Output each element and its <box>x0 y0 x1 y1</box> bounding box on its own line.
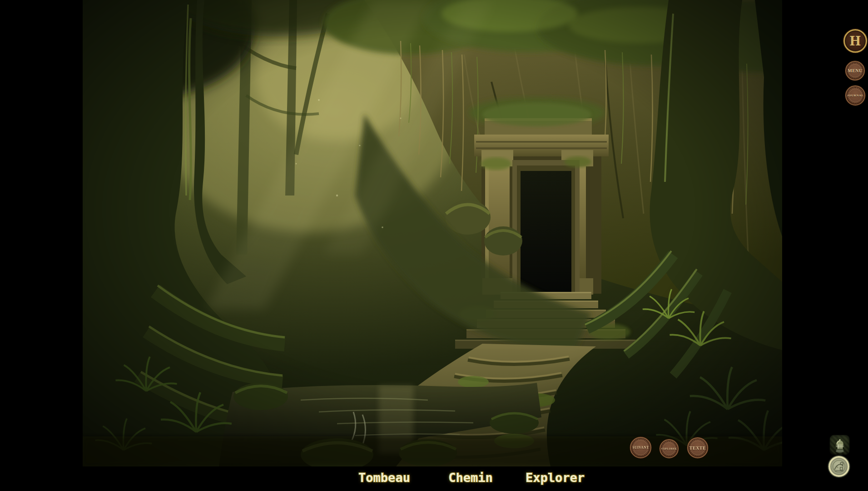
next-button[interactable]: SUIVANT <box>630 437 651 458</box>
text-button-label: TEXTE <box>689 446 706 451</box>
game-window: H MENU JOURNAL SUIVANT EXPLORER TEXTE <box>0 0 868 491</box>
text-button[interactable]: TEXTE <box>687 437 708 458</box>
journal-button[interactable]: JOURNAL <box>845 85 865 105</box>
menu-button-label: MENU <box>848 68 863 73</box>
explore-button-label: EXPLORER <box>661 447 677 450</box>
nav-option-tombeau[interactable]: Tombeau <box>358 471 410 485</box>
journal-button-label: JOURNAL <box>847 94 863 97</box>
nav-option-explorer[interactable]: Explorer <box>526 471 585 485</box>
knight-helmet-icon[interactable] <box>830 435 849 455</box>
explore-button[interactable]: EXPLORER <box>660 439 679 458</box>
menu-button[interactable]: MENU <box>845 61 865 80</box>
home-button[interactable]: H <box>843 29 867 53</box>
home-button-label: H <box>849 34 861 48</box>
knight-helmet-glyph <box>832 437 848 453</box>
next-button-label: SUIVANT <box>632 446 649 450</box>
scene-artwork <box>83 0 782 466</box>
engraved-medallion-icon[interactable] <box>828 456 849 477</box>
medallion-engraving <box>832 459 846 474</box>
nav-option-chemin[interactable]: Chemin <box>448 471 493 485</box>
scene-viewport[interactable] <box>83 0 782 466</box>
